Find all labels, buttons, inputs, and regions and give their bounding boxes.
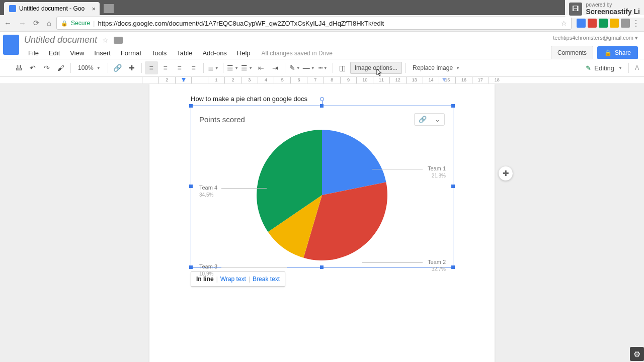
align-justify-icon[interactable]: ≡ bbox=[187, 61, 200, 74]
ext-icon[interactable] bbox=[588, 19, 597, 28]
move-folder-icon[interactable] bbox=[114, 37, 123, 44]
align-center-icon[interactable]: ≡ bbox=[159, 61, 172, 74]
menu-help[interactable]: Help bbox=[233, 47, 255, 59]
wrap-break[interactable]: Break text bbox=[253, 276, 280, 283]
comment-add-icon[interactable]: ✚ bbox=[125, 61, 138, 74]
resize-handle-icon[interactable] bbox=[320, 104, 324, 108]
document-title[interactable]: Untitled document bbox=[24, 35, 97, 45]
slice-label-team3: Team 3 10.9% bbox=[199, 263, 217, 278]
menu-bar: File Edit View Insert Format Tools Table… bbox=[24, 47, 636, 59]
resize-handle-icon[interactable] bbox=[451, 265, 455, 269]
add-comment-button[interactable]: ✚ bbox=[499, 166, 513, 180]
tab-close-icon[interactable]: × bbox=[92, 5, 96, 13]
nav-reload-icon[interactable]: ⟳ bbox=[33, 19, 40, 28]
menu-insert[interactable]: Insert bbox=[90, 47, 115, 59]
paint-format-icon[interactable]: 🖌 bbox=[54, 61, 67, 74]
align-right-icon[interactable]: ≡ bbox=[173, 61, 186, 74]
nav-home-icon[interactable]: ⌂ bbox=[47, 19, 51, 28]
border-color-icon[interactable]: ✎▼ bbox=[288, 61, 301, 74]
address-bar: ← → ⟳ ⌂ 🔒 Secure | https://docs.google.c… bbox=[0, 15, 644, 32]
ext-icon[interactable] bbox=[599, 19, 608, 28]
redo-icon[interactable]: ↷ bbox=[40, 61, 53, 74]
menu-tools[interactable]: Tools bbox=[147, 47, 171, 59]
nav-back-icon[interactable]: ← bbox=[4, 19, 12, 28]
share-button[interactable]: 🔒 Share bbox=[597, 46, 638, 59]
print-icon[interactable]: 🖶 bbox=[12, 61, 25, 74]
url-text: https://docs.google.com/document/d/1A7rE… bbox=[98, 20, 384, 27]
menu-file[interactable]: File bbox=[24, 47, 43, 59]
align-left-icon[interactable]: ≡ bbox=[145, 61, 158, 74]
zoom-select[interactable]: 100%▼ bbox=[74, 62, 105, 73]
slice-label-team4: Team 4 34.5% bbox=[199, 184, 217, 199]
replace-image-button[interactable]: Replace image ▼ bbox=[409, 62, 464, 73]
ext-icon[interactable] bbox=[610, 19, 619, 28]
editing-mode-button[interactable]: ✎ Editing ▼ bbox=[586, 64, 622, 72]
ext-icon[interactable] bbox=[621, 19, 630, 28]
border-dash-icon[interactable]: ┅▼ bbox=[316, 61, 330, 74]
menu-format[interactable]: Format bbox=[117, 47, 145, 59]
chart-title: Points scored bbox=[199, 115, 245, 124]
film-icon: 🎞 bbox=[569, 3, 582, 16]
favicon-icon bbox=[9, 5, 16, 12]
resize-handle-icon[interactable] bbox=[189, 104, 193, 108]
chart-link-icon[interactable]: 🔗 bbox=[415, 114, 431, 125]
url-input[interactable]: 🔒 Secure | https://docs.google.com/docum… bbox=[56, 17, 572, 30]
browser-tab-bar: Untitled document - Goo × bbox=[0, 0, 644, 15]
indent-increase-icon[interactable]: ⇥ bbox=[269, 61, 282, 74]
user-email[interactable]: techtips4chromsters@gmail.com ▾ bbox=[553, 35, 638, 41]
screencastify-watermark: 🎞 powered by Screencastify Li bbox=[565, 0, 644, 18]
indent-decrease-icon[interactable]: ⇤ bbox=[255, 61, 268, 74]
chevron-down-icon[interactable]: ⌄ bbox=[431, 114, 444, 125]
numbered-list-icon[interactable]: ☰▼ bbox=[226, 61, 239, 74]
menu-view[interactable]: View bbox=[66, 47, 88, 59]
pencil-icon: ✎ bbox=[586, 64, 591, 72]
gear-icon[interactable]: ⚙ bbox=[630, 347, 644, 361]
menu-addons[interactable]: Add-ons bbox=[198, 47, 230, 59]
slice-label-team1: Team 1 21.8% bbox=[428, 165, 446, 179]
page: How to make a pie chart on google docs P… bbox=[149, 84, 495, 362]
docs-logo-icon[interactable] bbox=[3, 35, 19, 55]
document-canvas[interactable]: How to make a pie chart on google docs P… bbox=[0, 84, 644, 362]
comments-button[interactable]: Comments bbox=[551, 46, 593, 60]
menu-icon[interactable]: ⋮ bbox=[632, 19, 640, 28]
crop-icon[interactable]: ◫ bbox=[336, 61, 349, 74]
docs-header: Untitled document ☆ techtips4chromsters@… bbox=[0, 32, 644, 59]
line-spacing-icon[interactable]: ≣▼ bbox=[207, 61, 220, 74]
bullet-list-icon[interactable]: ☰▼ bbox=[240, 61, 254, 74]
pie-svg bbox=[257, 130, 387, 260]
resize-handle-icon[interactable] bbox=[189, 265, 193, 269]
chart-link-controls[interactable]: 🔗 ⌄ bbox=[414, 113, 445, 126]
ruler[interactable]: 21123456789101112131415161718 bbox=[0, 77, 644, 84]
new-tab-button[interactable] bbox=[104, 4, 114, 13]
chart-selection[interactable]: Points scored 🔗 ⌄ Team 1 21.8% Team 2 bbox=[191, 106, 453, 267]
lock-icon: 🔒 bbox=[61, 20, 68, 27]
nav-forward-icon: → bbox=[19, 19, 26, 28]
undo-icon[interactable]: ↶ bbox=[26, 61, 39, 74]
bookmark-star-icon[interactable]: ☆ bbox=[561, 20, 567, 27]
resize-handle-icon[interactable] bbox=[451, 104, 455, 108]
rotation-handle-icon[interactable] bbox=[320, 97, 324, 101]
tab-title: Untitled document - Goo bbox=[19, 5, 85, 12]
lock-icon: 🔒 bbox=[604, 49, 612, 56]
wrap-text[interactable]: Wrap text bbox=[220, 276, 246, 283]
extension-icons: ⋮ bbox=[577, 19, 640, 28]
secure-label: Secure bbox=[71, 20, 90, 27]
browser-tab[interactable]: Untitled document - Goo × bbox=[4, 2, 100, 15]
menu-edit[interactable]: Edit bbox=[45, 47, 64, 59]
save-status: All changes saved in Drive bbox=[262, 50, 333, 57]
border-weight-icon[interactable]: —▼ bbox=[302, 61, 315, 74]
menu-table[interactable]: Table bbox=[173, 47, 196, 59]
resize-handle-icon[interactable] bbox=[320, 265, 324, 269]
link-icon[interactable]: 🔗 bbox=[111, 61, 124, 74]
star-document-icon[interactable]: ☆ bbox=[102, 36, 109, 44]
collapse-toolbar-icon[interactable]: ᐱ bbox=[635, 64, 639, 71]
pie-chart: Team 1 21.8% Team 2 32.7% Team 3 10.9% bbox=[191, 130, 453, 265]
ext-icon[interactable] bbox=[577, 19, 586, 28]
toolbar: 🖶 ↶ ↷ 🖌 100%▼ 🔗 ✚ ≡ ≡ ≡ ≡ ≣▼ ☰▼ ☰▼ ⇤ ⇥ ✎… bbox=[0, 59, 644, 77]
image-options-button[interactable]: Image options... bbox=[350, 62, 402, 74]
slice-label-team2: Team 2 32.7% bbox=[428, 258, 446, 273]
